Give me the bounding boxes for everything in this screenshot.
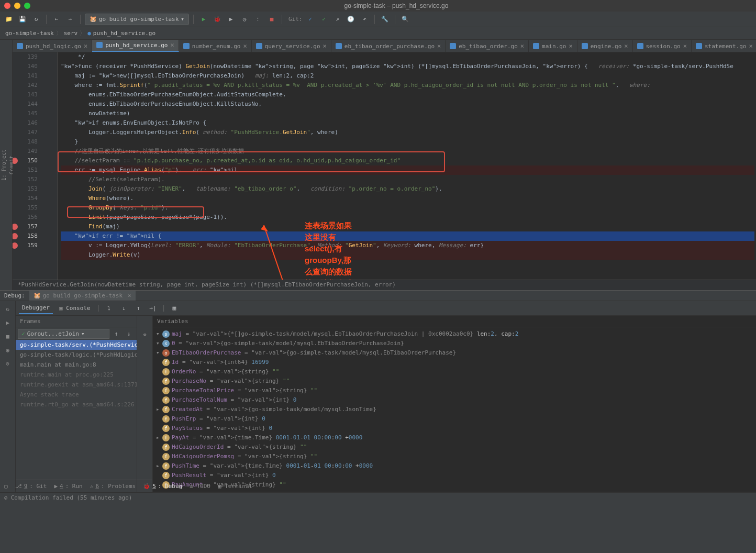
close-icon[interactable]: × — [520, 42, 524, 50]
stack-frame[interactable]: runtime.rt0_go at asm_amd64.s:226 — [16, 400, 137, 410]
close-icon[interactable]: × — [683, 42, 687, 50]
close-icon[interactable]: × — [323, 42, 327, 50]
debugger-tab[interactable]: Debugger — [19, 302, 53, 314]
main-toolbar: 📁 💾 ↻ ← → 🐹 go build go-simple-task ▾ ▶ … — [0, 12, 756, 27]
stop-icon[interactable]: ■ — [2, 330, 14, 342]
window-controls[interactable] — [4, 3, 30, 9]
variable-row[interactable]: ▸fPushTime = "var-val">{time.Time} 0001-… — [156, 461, 753, 471]
minimize-window[interactable] — [14, 3, 20, 9]
zoom-window[interactable] — [24, 3, 30, 9]
forward-icon[interactable]: → — [64, 14, 76, 25]
step-over-icon[interactable]: ⤵ — [103, 303, 115, 314]
view-breakpoints-icon[interactable]: ◉ — [2, 344, 14, 356]
evaluate-icon[interactable]: ▦ — [169, 303, 180, 314]
stack-trace-header[interactable]: Async stack trace — [16, 390, 137, 400]
variable-row[interactable]: fHdCaigouOrderPomsg = "var-val">{string}… — [156, 452, 753, 461]
editor-tab[interactable]: number_enum.go× — [179, 40, 252, 52]
tool-window-button[interactable]: ▣ Terminal — [218, 483, 252, 490]
mute-breakpoints-icon[interactable]: ⊘ — [2, 358, 14, 369]
git-rollback-icon[interactable]: ↶ — [359, 14, 370, 25]
frame-next-icon[interactable]: ↓ — [123, 328, 135, 339]
run-to-cursor-icon[interactable]: →| — [147, 303, 159, 314]
step-into-icon[interactable]: ↓ — [118, 303, 129, 314]
stack-frame[interactable]: main.main at main.go:8 — [16, 360, 137, 370]
link-icon[interactable]: ⚭ — [142, 331, 147, 338]
editor-tab[interactable]: push_hd_service.go× — [92, 40, 179, 52]
step-out-icon[interactable]: ↑ — [132, 303, 144, 314]
close-icon[interactable]: × — [569, 42, 572, 50]
variable-row[interactable]: ▸fPayAt = "var-val">{time.Time} 0001-01-… — [156, 433, 753, 443]
editor-crumb-bar[interactable]: *PushHdService.GetJoin(nowDatetime strin… — [13, 280, 756, 290]
status-icon: ⊘ — [4, 494, 8, 501]
stack-frame[interactable]: go-simple-task/logic.(*PushHdLogic) — [16, 350, 137, 360]
variable-row[interactable]: fPurchaseTotalNum = "var-val">{int} 0 — [156, 395, 753, 405]
stack-frame[interactable]: go-simple-task/serv.(*PushHdService — [16, 340, 137, 350]
close-icon[interactable]: × — [437, 42, 441, 50]
variable-row[interactable]: fPushErp = "var-val">{int} 0 — [156, 414, 753, 424]
frames-list[interactable]: go-simple-task/serv.(*PushHdServicego-si… — [16, 340, 137, 410]
editor-tab[interactable]: statement.go× — [692, 40, 756, 52]
variable-row[interactable]: fOrderNo = "var-val">{string} "" — [156, 367, 753, 377]
run-icon[interactable]: ▶ — [198, 14, 209, 25]
resume-icon[interactable]: ▶ — [2, 317, 14, 328]
tool-window-button[interactable]: 🐞 5: Debug — [143, 483, 182, 490]
open-icon[interactable]: 📁 — [3, 14, 15, 25]
editor-tab[interactable]: query_service.go× — [252, 40, 331, 52]
editor-tab[interactable]: main.go× — [529, 40, 577, 52]
close-window[interactable] — [4, 3, 10, 9]
stack-frame[interactable]: runtime.goexit at asm_amd64.s:1371 — [16, 380, 137, 390]
tool-window-button[interactable]: ▶ 4: Run — [54, 483, 82, 490]
coverage-icon[interactable]: ▶ — [225, 14, 237, 25]
breadcrumb-item[interactable]: go-simple-task — [5, 30, 54, 37]
console-tab[interactable]: ▣ Console — [56, 303, 94, 314]
editor-tab[interactable]: push_hd_logic.go× — [13, 40, 92, 52]
variable-row[interactable]: fPurchaseNo = "var-val">{string} "" — [156, 377, 753, 386]
run-config-selector[interactable]: 🐹 go build go-simple-task ▾ — [85, 14, 189, 25]
variable-row[interactable]: fPayStatus = "var-val">{int} 0 — [156, 424, 753, 433]
back-icon[interactable]: ← — [51, 14, 62, 25]
variables-tree[interactable]: ▾smaj = "var-val">{*[]go-simple-task/mod… — [153, 327, 756, 492]
refresh-icon[interactable]: ↻ — [30, 14, 42, 25]
variable-row[interactable]: ▾oEbTibaoOrderPurchase = "var-val">{go-s… — [156, 348, 753, 358]
breadcrumb-item[interactable]: serv — [64, 30, 78, 37]
debug-icon[interactable]: 🐞 — [212, 14, 223, 25]
git-commit-icon[interactable]: ✓ — [318, 14, 329, 25]
git-push-icon[interactable]: ↗ — [331, 14, 343, 25]
save-icon[interactable]: 💾 — [17, 14, 28, 25]
git-history-icon[interactable]: 🕐 — [345, 14, 357, 25]
variable-row[interactable]: ▸fCreatedAt = "var-val">{go-simple-task/… — [156, 405, 753, 414]
editor-tab[interactable]: eb_tibao_order_purchase.go× — [331, 40, 446, 52]
project-tool-tab[interactable]: 1: Project — [0, 144, 8, 186]
variable-row[interactable]: ▾s0 = "var-val">{go-simple-task/model/my… — [156, 339, 753, 348]
attach-icon[interactable]: ⋮ — [252, 14, 264, 25]
close-icon[interactable]: × — [170, 41, 174, 49]
tool-window-button[interactable]: ⎇ 9: Git — [15, 483, 47, 490]
variable-row[interactable]: fPushResult = "var-val">{int} 0 — [156, 471, 753, 480]
variable-row[interactable]: fId = "var-val">{int64} 16999 — [156, 358, 753, 367]
variable-row[interactable]: fHdCaigouOrderId = "var-val">{string} "" — [156, 443, 753, 452]
settings-icon[interactable]: 🔧 — [379, 14, 391, 25]
tool-window-icon[interactable]: ▢ — [4, 483, 8, 490]
profile-icon[interactable]: ◷ — [239, 14, 250, 25]
close-icon[interactable]: × — [84, 42, 87, 50]
close-icon[interactable]: × — [243, 42, 247, 50]
debug-run-tab[interactable]: 🐹 go build go-simple-task × — [29, 291, 136, 301]
search-icon[interactable]: 🔍 — [399, 14, 411, 25]
tool-window-button[interactable]: ⚠ 6: Problems — [90, 483, 136, 490]
breadcrumb-item[interactable]: push_hd_service.go — [93, 30, 155, 37]
variable-row[interactable]: fPurchaseTotalPrice = "var-val">{string}… — [156, 386, 753, 395]
editor-tab[interactable]: eb_tibao_order.go× — [446, 40, 529, 52]
stop-icon[interactable]: ■ — [266, 14, 277, 25]
variable-row[interactable]: ▾smaj = "var-val">{*[]go-simple-task/mod… — [156, 329, 753, 339]
stack-frame[interactable]: runtime.main at proc.go:225 — [16, 370, 137, 380]
tool-window-button[interactable]: ≡ TODO — [190, 483, 210, 490]
rerun-icon[interactable]: ↻ — [2, 303, 14, 315]
goroutine-selector[interactable]: ✓ Gorout...etJoin ▾ — [18, 329, 109, 339]
frame-prev-icon[interactable]: ↑ — [110, 328, 122, 339]
close-icon[interactable]: × — [749, 42, 752, 50]
close-icon[interactable]: × — [624, 42, 628, 50]
close-icon[interactable]: × — [128, 292, 131, 299]
editor-tab[interactable]: session.go× — [633, 40, 692, 52]
git-update-icon[interactable]: ✓ — [304, 14, 316, 25]
editor-tab[interactable]: engine.go× — [577, 40, 633, 52]
